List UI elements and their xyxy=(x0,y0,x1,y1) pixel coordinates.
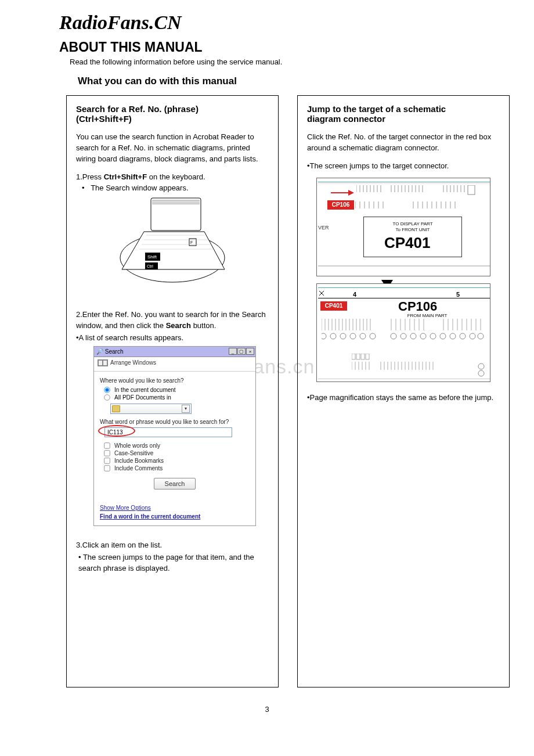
minimize-icon[interactable]: _ xyxy=(229,348,237,355)
shift-key-label: Shift xyxy=(147,254,157,260)
svg-rect-0 xyxy=(151,198,201,231)
svg-rect-40 xyxy=(468,185,475,195)
search-window: 🔎 Search _ ▢ × Arrange Windows Where wou… xyxy=(93,346,256,526)
svg-point-97 xyxy=(370,333,376,339)
step3: 3.Click an item on the list. xyxy=(76,540,269,551)
chk-bookmarks-label: Include Bookmarks xyxy=(114,458,164,464)
arrange-windows[interactable]: Arrange Windows xyxy=(94,357,255,372)
right-title-l1: Jump to the target of a schematic xyxy=(307,104,446,114)
left-title-l2: (Ctrl+Shift+F) xyxy=(76,114,132,124)
step1-bullet: • The Search window appears. xyxy=(82,183,269,192)
radio-current-label: In the current document xyxy=(114,387,176,393)
ctrl-key-label: Ctrl xyxy=(147,264,153,268)
step1-post: on the keyboard. xyxy=(147,172,205,181)
cp106-big: CP106 xyxy=(398,299,437,314)
chk-case-label: Case-Sensitive xyxy=(114,450,153,456)
chk-whole[interactable] xyxy=(104,442,110,448)
what-you-can-heading: What you can do with this manual xyxy=(78,75,517,87)
svg-point-100 xyxy=(410,333,416,339)
svg-rect-110 xyxy=(361,354,365,359)
step2-bullet: •A list of search results appears. xyxy=(76,333,269,344)
chk-case[interactable] xyxy=(104,450,110,456)
right-panel-title: Jump to the target of a schematic diagra… xyxy=(307,104,500,124)
cp401-sub1: TO DISPLAY PART xyxy=(381,221,445,226)
radio-current[interactable] xyxy=(104,387,110,393)
chk-bookmarks-row[interactable]: Include Bookmarks xyxy=(103,457,250,465)
arrange-windows-icon xyxy=(98,359,108,366)
search-title-text: 🔎 Search xyxy=(96,348,123,355)
svg-point-95 xyxy=(350,333,356,339)
chk-comments-row[interactable]: Include Comments xyxy=(103,465,250,472)
svg-rect-108 xyxy=(352,354,355,359)
svg-point-107 xyxy=(478,333,484,339)
left-title-l1: Search for a Ref. No. (phrase) xyxy=(76,104,199,114)
step1-bold: Ctrl+Shift+F xyxy=(104,172,147,181)
svg-point-96 xyxy=(360,333,366,339)
svg-point-93 xyxy=(330,333,336,339)
step2-bold: Search xyxy=(166,321,191,330)
svg-rect-111 xyxy=(366,354,369,359)
folder-row[interactable]: ▾ xyxy=(110,404,192,414)
radio-current-row[interactable]: In the current document xyxy=(103,386,250,394)
cp106-sub: FROM MAIN PART xyxy=(398,313,456,318)
left-panel-title: Search for a Ref. No. (phrase) (Ctrl+Shi… xyxy=(76,104,269,124)
left-panel: Search for a Ref. No. (phrase) (Ctrl+Shi… xyxy=(66,95,279,687)
right-title-l2: diagram connector xyxy=(307,114,385,124)
search-input[interactable] xyxy=(104,427,232,437)
step1-pre: 1.Press xyxy=(76,172,104,181)
radio-all-label: All PDF Documents in xyxy=(114,394,171,401)
ver-label: VER xyxy=(318,225,329,231)
svg-point-102 xyxy=(430,333,436,339)
chk-comments[interactable] xyxy=(104,465,110,471)
step1-bullet-text: The Search window appears. xyxy=(91,183,188,192)
read-following: Read the following information before us… xyxy=(70,57,517,66)
axis-4: 4 xyxy=(353,291,356,298)
laptop-illustration: F Shift Ctrl xyxy=(76,197,269,296)
cp106-redbox[interactable]: CP106 xyxy=(327,200,354,210)
svg-point-101 xyxy=(420,333,426,339)
search-button[interactable]: Search xyxy=(154,478,196,489)
schematic-top: /*noop*/ CP106 xyxy=(316,178,490,276)
svg-point-103 xyxy=(440,333,446,339)
svg-text:F: F xyxy=(190,240,193,244)
svg-point-105 xyxy=(460,333,466,339)
show-more-link[interactable]: Show More Options xyxy=(100,505,250,511)
where-search-label: Where would you like to search? xyxy=(100,377,250,384)
about-heading: ABOUT THIS MANUAL xyxy=(59,39,517,55)
svg-point-99 xyxy=(400,333,406,339)
svg-point-104 xyxy=(450,333,456,339)
svg-rect-109 xyxy=(356,354,360,359)
schematic-bottom: 4 5 CP401 CP106 FROM MAIN PART xyxy=(316,283,490,382)
svg-marker-14 xyxy=(348,190,354,196)
find-word-link[interactable]: Find a word in the current document xyxy=(100,513,250,520)
chk-bookmarks[interactable] xyxy=(104,458,110,463)
radio-all-row[interactable]: All PDF Documents in xyxy=(103,394,250,401)
right-bullet2: •Page magnification stays the same as be… xyxy=(307,393,500,404)
axis-5: 5 xyxy=(456,291,460,298)
cp401-big: CP401 xyxy=(384,234,431,252)
page-number: 3 xyxy=(17,705,517,714)
radio-all[interactable] xyxy=(104,394,110,400)
chk-case-row[interactable]: Case-Sensitive xyxy=(103,449,250,457)
right-bullet1: •The screen jumps to the target connecto… xyxy=(307,161,500,172)
close-icon[interactable]: × xyxy=(246,348,254,355)
folder-icon xyxy=(112,405,120,412)
maximize-icon[interactable]: ▢ xyxy=(237,348,246,355)
svg-point-94 xyxy=(340,333,346,339)
cp401-redbox[interactable]: CP401 xyxy=(320,301,347,311)
right-intro: Click the Ref. No. of the target connect… xyxy=(307,132,500,154)
search-titlebar: 🔎 Search _ ▢ × xyxy=(94,347,255,357)
right-panel: Jump to the target of a schematic diagra… xyxy=(297,95,510,687)
step2-post: button. xyxy=(191,321,216,330)
chk-whole-row[interactable]: Whole words only xyxy=(103,442,250,449)
svg-point-106 xyxy=(470,333,475,339)
chk-whole-label: Whole words only xyxy=(114,442,160,449)
chk-comments-label: Include Comments xyxy=(114,465,163,471)
schematic-diagram: /*noop*/ CP106 xyxy=(316,178,490,382)
what-search-label: What word or phrase would you like to se… xyxy=(100,419,250,425)
step1: 1.Press Ctrl+Shift+F on the keyboard. xyxy=(76,172,269,183)
arrange-windows-label: Arrange Windows xyxy=(110,359,156,366)
chevron-down-icon[interactable]: ▾ xyxy=(182,405,190,413)
left-intro: You can use the search function in Acrob… xyxy=(76,132,269,165)
svg-point-92 xyxy=(322,333,326,339)
